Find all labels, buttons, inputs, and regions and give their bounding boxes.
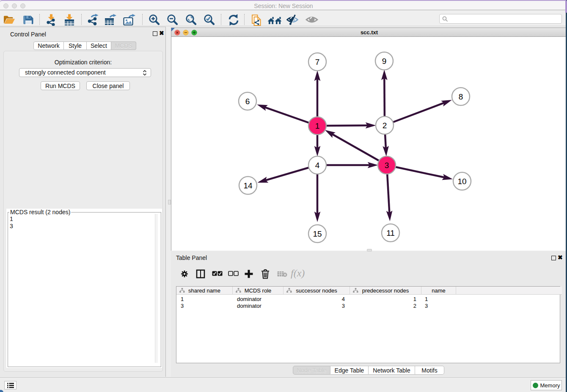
svg-text:8: 8 [459, 92, 463, 101]
svg-text:1: 1 [315, 121, 320, 130]
svg-text:4: 4 [315, 161, 320, 170]
svg-text:14: 14 [243, 181, 253, 190]
svg-text:3: 3 [385, 161, 389, 170]
svg-text:9: 9 [382, 57, 387, 66]
svg-text:2: 2 [383, 121, 387, 130]
svg-text:6: 6 [245, 97, 250, 106]
svg-text:10: 10 [457, 177, 466, 186]
svg-text:15: 15 [313, 229, 322, 238]
svg-text:11: 11 [386, 229, 395, 237]
svg-text:7: 7 [315, 58, 320, 66]
